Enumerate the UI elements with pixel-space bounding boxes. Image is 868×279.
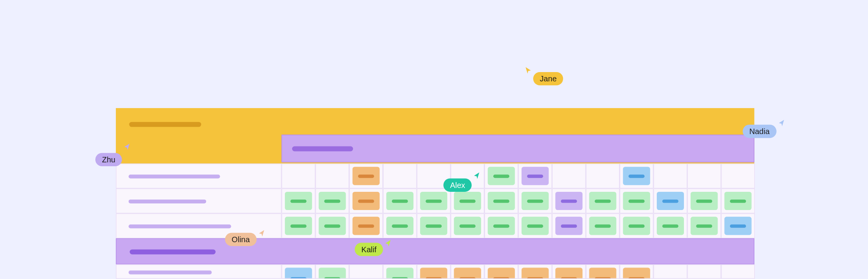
grid-cell[interactable]	[383, 164, 417, 188]
grid-cell[interactable]	[687, 214, 721, 238]
status-chip-green[interactable]	[454, 217, 481, 235]
status-chip-green[interactable]	[691, 192, 718, 210]
grid-cell[interactable]	[518, 188, 552, 213]
grid-cell[interactable]	[383, 188, 417, 213]
status-chip-purple[interactable]	[555, 192, 582, 210]
grid-cell[interactable]	[653, 214, 687, 238]
grid-cell[interactable]	[552, 188, 586, 213]
grid-cell[interactable]	[687, 188, 721, 213]
grid-cell[interactable]	[620, 264, 653, 279]
grid-cell[interactable]	[417, 214, 451, 238]
status-chip-orange[interactable]	[623, 268, 650, 279]
grid-cell[interactable]	[349, 164, 383, 188]
grid-cell[interactable]	[721, 188, 755, 213]
grid-cell[interactable]	[721, 214, 755, 238]
status-chip-green[interactable]	[488, 217, 515, 235]
status-chip-green[interactable]	[285, 192, 312, 210]
status-chip-green[interactable]	[386, 268, 413, 279]
grid-cell[interactable]	[687, 264, 721, 279]
row-header[interactable]	[116, 164, 282, 188]
grid-cell[interactable]	[383, 264, 417, 279]
status-chip-blue[interactable]	[724, 217, 751, 235]
grid-cell[interactable]	[586, 264, 620, 279]
status-chip-green[interactable]	[623, 192, 650, 210]
grid-cell[interactable]	[451, 164, 484, 188]
grid-cell[interactable]	[282, 264, 315, 279]
status-chip-green[interactable]	[386, 192, 413, 210]
grid-cell[interactable]	[552, 214, 586, 238]
grid-cell[interactable]	[552, 264, 586, 279]
status-chip-orange[interactable]	[488, 268, 515, 279]
status-chip-orange[interactable]	[555, 268, 582, 279]
grid-cell[interactable]	[282, 188, 315, 213]
row-header[interactable]	[116, 214, 282, 238]
grid-cell[interactable]	[620, 214, 653, 238]
grid-cell[interactable]	[315, 264, 349, 279]
status-chip-green[interactable]	[589, 192, 616, 210]
status-chip-blue[interactable]	[657, 192, 684, 210]
status-chip-green[interactable]	[522, 217, 549, 235]
status-chip-green[interactable]	[319, 192, 346, 210]
grid-cell[interactable]	[282, 214, 315, 238]
grid-cell[interactable]	[721, 164, 755, 188]
status-chip-blue[interactable]	[285, 268, 312, 279]
grid-cell[interactable]	[315, 164, 349, 188]
status-chip-green[interactable]	[589, 217, 616, 235]
status-chip-green[interactable]	[285, 217, 312, 235]
section-header-purple-2[interactable]	[116, 238, 754, 264]
status-chip-green[interactable]	[488, 192, 515, 210]
grid-cell[interactable]	[349, 188, 383, 213]
status-chip-orange[interactable]	[454, 268, 481, 279]
grid-cell[interactable]	[721, 264, 755, 279]
grid-cell[interactable]	[653, 264, 687, 279]
grid-cell[interactable]	[349, 214, 383, 238]
grid-cell[interactable]	[518, 264, 552, 279]
status-chip-green[interactable]	[420, 217, 447, 235]
status-chip-green[interactable]	[319, 217, 346, 235]
status-chip-green[interactable]	[623, 217, 650, 235]
status-chip-blue[interactable]	[623, 167, 650, 185]
section-header-purple[interactable]	[282, 135, 754, 163]
grid-cell[interactable]	[349, 264, 383, 279]
status-chip-orange[interactable]	[522, 268, 549, 279]
status-chip-orange[interactable]	[353, 217, 380, 235]
status-chip-orange[interactable]	[589, 268, 616, 279]
status-chip-green[interactable]	[386, 217, 413, 235]
grid-cell[interactable]	[417, 164, 451, 188]
status-chip-green[interactable]	[420, 192, 447, 210]
grid-cell[interactable]	[417, 264, 451, 279]
grid-cell[interactable]	[484, 214, 518, 238]
grid-cell[interactable]	[653, 164, 687, 188]
grid-cell[interactable]	[417, 188, 451, 213]
status-chip-green[interactable]	[657, 217, 684, 235]
status-chip-orange[interactable]	[353, 167, 380, 185]
grid-cell[interactable]	[451, 264, 484, 279]
status-chip-green[interactable]	[319, 268, 346, 279]
grid-cell[interactable]	[315, 214, 349, 238]
status-chip-orange[interactable]	[353, 192, 380, 210]
status-chip-green[interactable]	[691, 217, 718, 235]
grid-cell[interactable]	[315, 188, 349, 213]
row-header[interactable]	[116, 188, 282, 213]
grid-cell[interactable]	[518, 164, 552, 188]
grid-cell[interactable]	[451, 188, 484, 213]
status-chip-purple[interactable]	[555, 217, 582, 235]
status-chip-green[interactable]	[724, 192, 751, 210]
status-chip-green[interactable]	[522, 192, 549, 210]
grid-cell[interactable]	[484, 188, 518, 213]
grid-cell[interactable]	[484, 164, 518, 188]
grid-cell[interactable]	[552, 164, 586, 188]
grid-cell[interactable]	[620, 188, 653, 213]
grid-cell[interactable]	[484, 264, 518, 279]
grid-cell[interactable]	[687, 164, 721, 188]
status-chip-purple[interactable]	[522, 167, 549, 185]
row-header[interactable]	[116, 264, 282, 279]
grid-cell[interactable]	[586, 214, 620, 238]
grid-cell[interactable]	[620, 164, 653, 188]
status-chip-orange[interactable]	[420, 268, 447, 279]
grid-cell[interactable]	[653, 188, 687, 213]
grid-cell[interactable]	[282, 164, 315, 188]
grid-cell[interactable]	[518, 214, 552, 238]
status-chip-green[interactable]	[488, 167, 515, 185]
grid-cell[interactable]	[451, 214, 484, 238]
